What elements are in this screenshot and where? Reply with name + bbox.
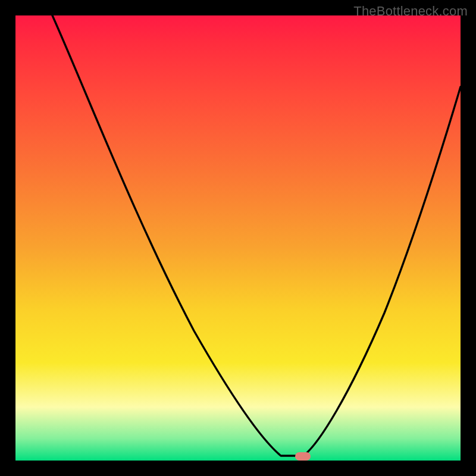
plot-area — [15, 15, 461, 461]
chart-frame: TheBottleneck.com — [0, 0, 476, 476]
bottleneck-curve — [15, 15, 461, 461]
watermark-text: TheBottleneck.com — [353, 4, 468, 19]
optimal-marker — [295, 452, 311, 461]
